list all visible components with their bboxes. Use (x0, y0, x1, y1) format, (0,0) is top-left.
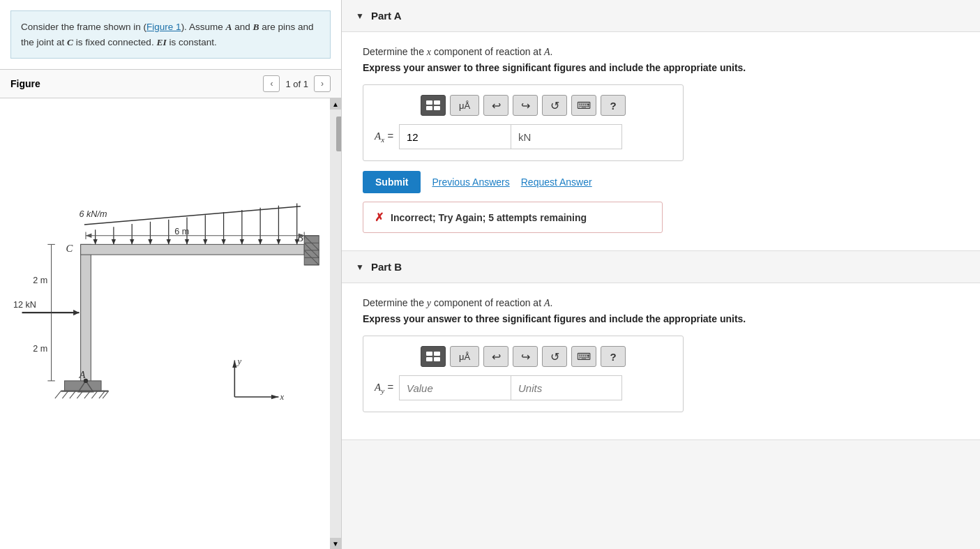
svg-marker-20 (258, 239, 262, 244)
svg-marker-8 (148, 239, 152, 244)
var-x: x (427, 47, 431, 57)
part-a-units-input[interactable] (511, 124, 622, 149)
grid-icon-btn-b[interactable] (421, 346, 446, 367)
part-a-content: Determine the x component of reaction at… (342, 32, 980, 250)
problem-statement: Consider the frame shown in (Figure 1). … (10, 10, 331, 59)
part-b-input-label: Ay = (375, 381, 393, 395)
part-a-header[interactable]: ▼ Part A (342, 0, 980, 32)
var-C: C (67, 37, 73, 47)
undo-btn-a[interactable]: ↩ (483, 95, 508, 116)
grid-icon-btn-a[interactable] (421, 95, 446, 116)
var-A-partA: A (544, 47, 550, 57)
part-b-header[interactable]: ▼ Part B (342, 251, 980, 283)
part-b-section: ▼ Part B Determine the y component of re… (342, 251, 980, 440)
part-a-submit-btn[interactable]: Submit (363, 171, 421, 193)
label-y: y (236, 356, 242, 366)
right-panel: ▼ Part A Determine the x component of re… (342, 0, 980, 549)
svg-rect-65 (434, 100, 440, 105)
part-a-answer-box: μÅ ↩ ↪ ↺ ⌨ ? Ax = (363, 84, 684, 161)
svg-marker-61 (232, 361, 236, 368)
var-EI: EI (156, 37, 166, 47)
svg-marker-63 (271, 395, 279, 399)
part-b-input-row: Ay = (375, 375, 672, 400)
var-B: B (252, 22, 259, 32)
var-A: A (225, 22, 232, 32)
help-btn-a[interactable]: ? (601, 95, 626, 116)
svg-marker-4 (112, 239, 116, 244)
svg-marker-12 (185, 239, 189, 244)
svg-marker-40 (73, 310, 79, 315)
part-b-value-input[interactable] (399, 375, 511, 400)
refresh-btn-b[interactable]: ↺ (542, 346, 567, 367)
dim-2m-top: 2 m (33, 276, 47, 285)
svg-line-52 (70, 391, 75, 399)
refresh-btn-a[interactable]: ↺ (542, 95, 567, 116)
part-a-instruction: Express your answer to three significant… (363, 62, 959, 73)
figure-prev-btn[interactable]: ‹ (263, 75, 280, 92)
var-y: y (427, 298, 431, 308)
svg-marker-2 (93, 239, 97, 244)
label-A: A (79, 369, 86, 380)
scroll-down-btn[interactable]: ▼ (330, 538, 341, 549)
svg-marker-22 (276, 239, 280, 244)
part-b-arrow: ▼ (356, 262, 364, 272)
dim-6m: 6 m (174, 227, 189, 236)
redo-btn-b[interactable]: ↪ (513, 346, 538, 367)
mu-btn-a[interactable]: μÅ (450, 95, 479, 116)
keyboard-btn-a[interactable]: ⌨ (571, 95, 596, 116)
svg-rect-69 (434, 352, 440, 356)
part-b-title: Part B (371, 261, 402, 273)
svg-rect-26 (81, 245, 305, 255)
page-indicator: 1 of 1 (285, 79, 308, 89)
problem-text: Consider the frame shown in (Figure 1). … (21, 22, 314, 47)
part-b-content: Determine the y component of reaction at… (342, 283, 980, 439)
svg-marker-46 (86, 234, 91, 238)
part-b-instruction: Express your answer to three significant… (363, 313, 959, 324)
undo-btn-b[interactable]: ↩ (483, 346, 508, 367)
figure-header: Figure ‹ 1 of 1 › (0, 69, 341, 98)
part-b-units-input[interactable] (511, 375, 622, 400)
part-a-description: Determine the x component of reaction at… (363, 46, 959, 58)
var-A-partB: A (544, 298, 550, 308)
error-text: Incorrect; Try Again; 5 attempts remaini… (391, 212, 587, 223)
part-a-prev-answers-link[interactable]: Previous Answers (432, 176, 509, 188)
part-a-input-label: Ax = (375, 130, 393, 144)
part-b-toolbar: μÅ ↩ ↪ ↺ ⌨ ? (375, 346, 672, 367)
figure-title: Figure (10, 78, 40, 89)
left-panel: Consider the frame shown in (Figure 1). … (0, 0, 342, 549)
svg-rect-68 (426, 352, 432, 356)
part-a-error-box: ✗ Incorrect; Try Again; 5 attempts remai… (363, 202, 663, 233)
part-a-value-input[interactable] (399, 124, 511, 149)
part-a-arrow: ▼ (356, 11, 364, 21)
svg-marker-10 (167, 239, 171, 244)
part-b-description: Determine the y component of reaction at… (363, 297, 959, 309)
svg-line-50 (55, 391, 61, 399)
part-b-answer-box: μÅ ↩ ↪ ↺ ⌨ ? Ay = (363, 336, 684, 412)
redo-btn-a[interactable]: ↪ (513, 95, 538, 116)
svg-rect-67 (434, 106, 440, 110)
figure-area: ▲ ▼ 6 kN/m (0, 98, 341, 549)
svg-line-51 (62, 391, 68, 399)
error-icon: ✗ (375, 211, 384, 224)
label-x: x (280, 392, 285, 402)
figure-svg: 6 kN/m (0, 98, 330, 549)
keyboard-btn-b[interactable]: ⌨ (571, 346, 596, 367)
mu-btn-b[interactable]: μÅ (450, 346, 479, 367)
svg-line-0 (84, 206, 301, 225)
figure-next-btn[interactable]: › (314, 75, 331, 92)
help-btn-b[interactable]: ? (601, 346, 626, 367)
svg-rect-66 (426, 106, 432, 110)
figure-link[interactable]: Figure 1 (146, 22, 181, 32)
svg-marker-14 (203, 239, 207, 244)
scroll-up-btn[interactable]: ▲ (330, 98, 341, 110)
svg-marker-18 (240, 239, 244, 244)
part-a-section: ▼ Part A Determine the x component of re… (342, 0, 980, 251)
figure-nav: ‹ 1 of 1 › (263, 75, 331, 92)
svg-rect-71 (434, 357, 440, 361)
load-label: 6 kN/m (80, 210, 107, 220)
svg-marker-16 (221, 239, 225, 244)
part-a-request-answer-link[interactable]: Request Answer (521, 176, 592, 188)
part-a-toolbar: μÅ ↩ ↪ ↺ ⌨ ? (375, 95, 672, 116)
part-a-input-row: Ax = (375, 124, 672, 149)
distributed-load (84, 204, 301, 245)
